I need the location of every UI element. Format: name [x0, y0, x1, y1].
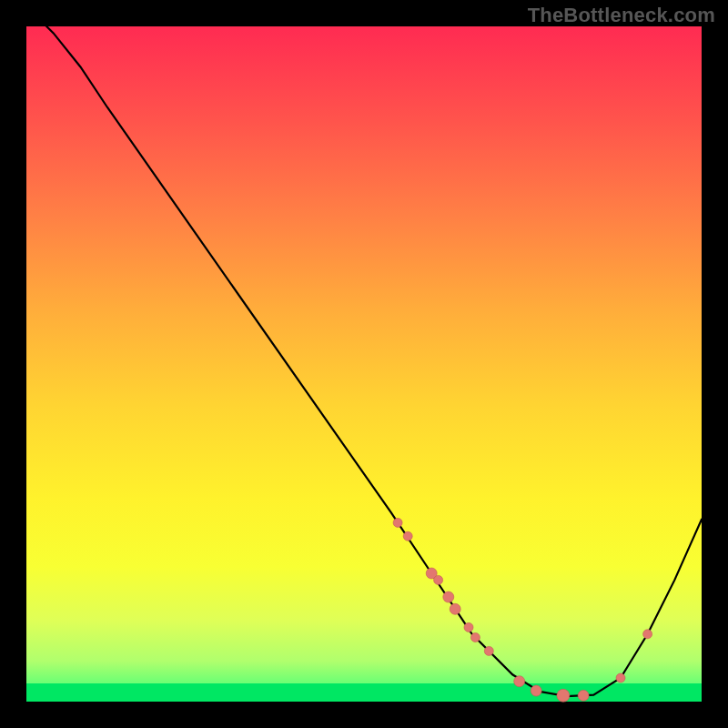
- curve-dot: [403, 531, 412, 541]
- curve-dot: [484, 646, 493, 655]
- curve-dot: [531, 685, 541, 696]
- curve-dot: [470, 633, 480, 642]
- curve-dot: [557, 689, 570, 702]
- curve-dot: [450, 603, 460, 614]
- curve-dot: [578, 690, 589, 701]
- curve-dots-group: [393, 518, 652, 702]
- curve-line: [26, 6, 702, 696]
- curve-dot: [393, 518, 402, 527]
- plot-area: [26, 26, 702, 702]
- curve-dot: [616, 673, 625, 682]
- curve-dot: [643, 630, 652, 639]
- curve-dot: [434, 575, 443, 584]
- curve-dot: [464, 622, 473, 632]
- curve-svg: [26, 26, 702, 702]
- curve-dot: [443, 592, 454, 602]
- chart-frame: TheBottleneck.com: [0, 0, 728, 728]
- watermark-text: TheBottleneck.com: [528, 4, 715, 27]
- curve-dot: [514, 676, 525, 687]
